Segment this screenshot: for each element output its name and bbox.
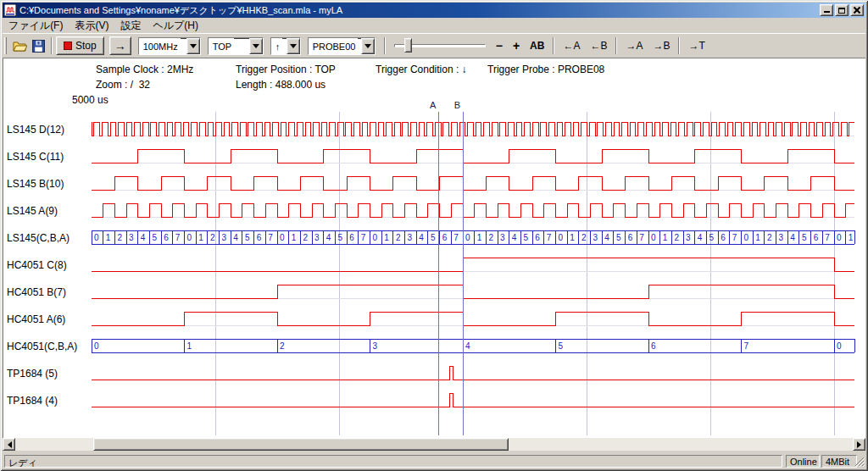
bus-cell-value: 5 — [802, 233, 807, 242]
open-folder-icon — [13, 40, 27, 52]
goto-cursor-b-left-button[interactable]: ←B — [585, 38, 612, 53]
bus-cell-value: 2 — [767, 233, 772, 242]
trigger-position-dropdown-button[interactable] — [249, 38, 263, 54]
bus-cell-value: 2 — [303, 233, 308, 242]
waveform-area[interactable]: LS145 D(12)LS145 C(11)LS145 B(10)LS145 A… — [0, 98, 856, 437]
trigger-position-select[interactable]: TOP — [208, 37, 264, 55]
menu-settings[interactable]: 設定 — [114, 17, 147, 35]
bus-cell-value: 3 — [222, 233, 227, 242]
open-file-button[interactable] — [10, 36, 29, 55]
bus-cell-value: 4 — [419, 233, 424, 242]
goto-cursor-a-left-button[interactable]: ←A — [558, 38, 585, 53]
bus-cell-value: 3 — [408, 233, 413, 242]
waveform-trace — [92, 393, 854, 407]
bus-cell-value: 1 — [849, 233, 854, 242]
save-file-button[interactable] — [29, 36, 47, 55]
goto-cursor-b-right-button[interactable]: →B — [648, 38, 675, 53]
sample-clock-select[interactable]: 100MHz — [138, 37, 201, 55]
probe-dropdown-button[interactable] — [361, 38, 375, 54]
bus-cell-value: 5 — [559, 341, 564, 351]
goto-cursor-a-right-button[interactable]: →A — [620, 38, 648, 53]
ab-cursor-button[interactable]: AB — [525, 38, 549, 53]
probe-value: PROBE00 — [309, 38, 359, 54]
bus-cell-value: 3 — [779, 233, 784, 242]
goto-trigger-button[interactable]: →T — [683, 38, 709, 53]
bus-cell-value: 4 — [790, 233, 795, 242]
sample-clock-dropdown-button[interactable] — [186, 38, 200, 54]
minimize-button[interactable] — [820, 4, 833, 16]
waveform-trace — [92, 149, 854, 163]
menu-bar: ファイル(F) 表示(V) 設定 ヘルプ(H) — [3, 18, 865, 33]
toolbar-separator — [615, 37, 617, 54]
bus-cell-value: 2 — [674, 233, 679, 242]
bus-cell-value: 6 — [442, 233, 448, 242]
bus-cell-value: 6 — [257, 233, 262, 242]
resize-grip[interactable] — [854, 456, 865, 467]
zoom-info: Zoom : / 32 — [96, 79, 150, 91]
app-icon — [4, 4, 16, 16]
zoom-slider[interactable] — [394, 37, 486, 54]
close-button[interactable] — [850, 4, 864, 16]
trigger-edge-select[interactable]: ↑ — [270, 37, 301, 55]
chevron-down-icon — [364, 44, 371, 52]
title-bar[interactable]: C:¥Documents and Settings¥noname¥デスクトップ¥… — [3, 3, 865, 18]
stop-icon — [64, 42, 72, 50]
bus-cell-value: 3 — [593, 233, 598, 242]
bus-cell-value: 1 — [570, 233, 575, 242]
horizontal-scrollbar[interactable] — [3, 438, 865, 451]
toolbar-separator — [51, 37, 53, 54]
bus-cell-value: 0 — [744, 233, 749, 242]
zoom-slider-thumb[interactable] — [404, 38, 412, 53]
stop-button-label: Stop — [75, 40, 97, 52]
bus-cell-value: 5 — [616, 233, 621, 242]
channel-label: LS145(C,B,A) — [7, 232, 70, 244]
cursor-label-a: A — [430, 100, 437, 110]
bus-cell-value: 6 — [164, 233, 169, 242]
maximize-icon — [838, 8, 845, 14]
zoom-out-button[interactable]: − — [491, 39, 508, 53]
run-button[interactable]: → — [109, 36, 131, 55]
zoom-in-button[interactable]: + — [508, 39, 525, 53]
bus-cell-value: 5 — [245, 233, 250, 242]
sample-clock-info: Sample Clock : 2MHz — [96, 64, 193, 75]
menu-help[interactable]: ヘルプ(H) — [147, 17, 204, 35]
bus-cell-value: 3 — [373, 341, 378, 351]
length-info: Length : 488.000 us — [236, 79, 326, 91]
toolbar: Stop → 100MHz TOP ↑ PROBE00 − + AB ←A — [3, 33, 865, 58]
waveform-trace — [92, 122, 854, 136]
bus-cell-value: 1 — [198, 233, 203, 242]
bus-cell-value: 1 — [187, 341, 192, 351]
bus-cell-value: 3 — [314, 233, 320, 242]
toolbar-gripper[interactable] — [4, 37, 7, 54]
toolbar-separator — [678, 37, 680, 54]
toolbar-separator — [384, 37, 386, 54]
bus-cell-value: 0 — [559, 233, 564, 242]
scroll-right-button[interactable] — [853, 438, 865, 451]
minimize-icon — [824, 7, 830, 13]
scrollbar-thumb[interactable] — [93, 438, 509, 451]
bus-cell-value: 7 — [547, 233, 552, 242]
status-online-badge: Online — [786, 455, 820, 468]
bus-cell-value: 4 — [233, 233, 238, 242]
bus-cell-value: 3 — [129, 233, 134, 242]
bus-cell-value: 0 — [187, 233, 192, 242]
channel-label: LS145 B(10) — [7, 178, 64, 190]
bus-cell-value: 0 — [837, 233, 842, 242]
trigger-edge-dropdown-button[interactable] — [287, 38, 300, 54]
maximize-button[interactable] — [835, 4, 849, 16]
stop-button[interactable]: Stop — [56, 36, 104, 55]
status-bar: レディ Online 4MBit — [3, 453, 865, 468]
bus-cell-value: 0 — [465, 233, 470, 242]
bus-cell-value: 7 — [175, 233, 181, 242]
channel-label: HC4051(C,B,A) — [7, 341, 77, 352]
channel-label: HC4051 A(6) — [7, 313, 65, 325]
menu-file[interactable]: ファイル(F) — [3, 17, 69, 35]
chevron-down-icon — [190, 44, 197, 52]
menu-view[interactable]: 表示(V) — [69, 17, 114, 35]
scroll-left-button[interactable] — [3, 438, 15, 451]
trigger-position-value: TOP — [209, 38, 234, 54]
probe-select[interactable]: PROBE00 — [308, 37, 376, 55]
chevron-down-icon — [290, 44, 297, 52]
channel-label: HC4051 C(8) — [7, 259, 67, 271]
bus-cell-value: 7 — [453, 233, 459, 242]
